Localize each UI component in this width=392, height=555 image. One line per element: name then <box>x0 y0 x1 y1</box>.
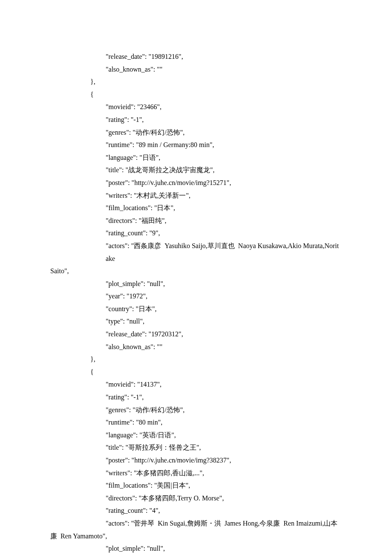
code-line: "rating_count": "9", <box>50 227 342 240</box>
code-line: }, <box>50 353 342 366</box>
code-line: }, <box>50 75 342 88</box>
code-line: "title": "哥斯拉系列：怪兽之王", <box>50 441 342 454</box>
code-line: "rating_count": "4", <box>50 504 342 517</box>
code-line: "actors": "菅井琴 Kin Sugai,詹姆斯・洪 James Hon… <box>50 517 342 530</box>
code-line: "runtime": "89 min / Germany:80 min", <box>50 139 342 151</box>
code-line: { <box>50 88 342 101</box>
code-line: "release_date": "19891216", <box>50 50 342 63</box>
code-line: "film_locations": "美国|日本", <box>50 479 342 492</box>
code-line: "plot_simple": "null", <box>50 542 342 555</box>
code-line: "language": "英语/日语", <box>50 429 342 442</box>
code-line: "poster": "http://v.juhe.cn/movie/img?38… <box>50 454 342 467</box>
code-line: "film_locations": "日本", <box>50 202 342 214</box>
code-line: "language": "日语", <box>50 151 342 164</box>
code-line: "country": "日本", <box>50 303 342 315</box>
code-line: 廉 Ren Yamamoto", <box>50 530 342 543</box>
code-line: "rating": "-1", <box>50 391 342 404</box>
code-line: "genres": "动作/科幻/恐怖", <box>50 404 342 416</box>
code-line: "type": "null", <box>50 315 342 328</box>
code-line: "movieid": "14137", <box>50 378 342 391</box>
code-line: Saito", <box>50 265 342 278</box>
code-line: "writers": "本多猪四郎,香山滋,...", <box>50 467 342 480</box>
code-line: "genres": "动作/科幻/恐怖", <box>50 126 342 139</box>
code-line: "also_known_as": "" <box>50 63 342 76</box>
document-page: "release_date": "19891216","also_known_a… <box>0 0 392 555</box>
code-line: "movieid": "23466", <box>50 101 342 113</box>
code-line: "title": "战龙哥斯拉之决战宇宙魔龙", <box>50 164 342 176</box>
code-line: "year": "1972", <box>50 290 342 303</box>
code-line: "directors": "福田纯", <box>50 214 342 227</box>
code-line: "directors": "本多猪四郎,Terry O. Morse", <box>50 492 342 505</box>
code-line: "runtime": "80 min", <box>50 416 342 429</box>
code-line: { <box>50 366 342 379</box>
code-line: "actors": "西条康彦 Yasuhiko Saijo,草川直也 Naoy… <box>50 240 342 265</box>
code-line: "rating": "-1", <box>50 113 342 126</box>
code-line: "writers": "木村武,关泽新一", <box>50 189 342 202</box>
code-line: "plot_simple": "null", <box>50 278 342 290</box>
code-line: "poster": "http://v.juhe.cn/movie/img?15… <box>50 176 342 189</box>
code-line: "release_date": "19720312", <box>50 328 342 341</box>
code-line: "also_known_as": "" <box>50 341 342 353</box>
